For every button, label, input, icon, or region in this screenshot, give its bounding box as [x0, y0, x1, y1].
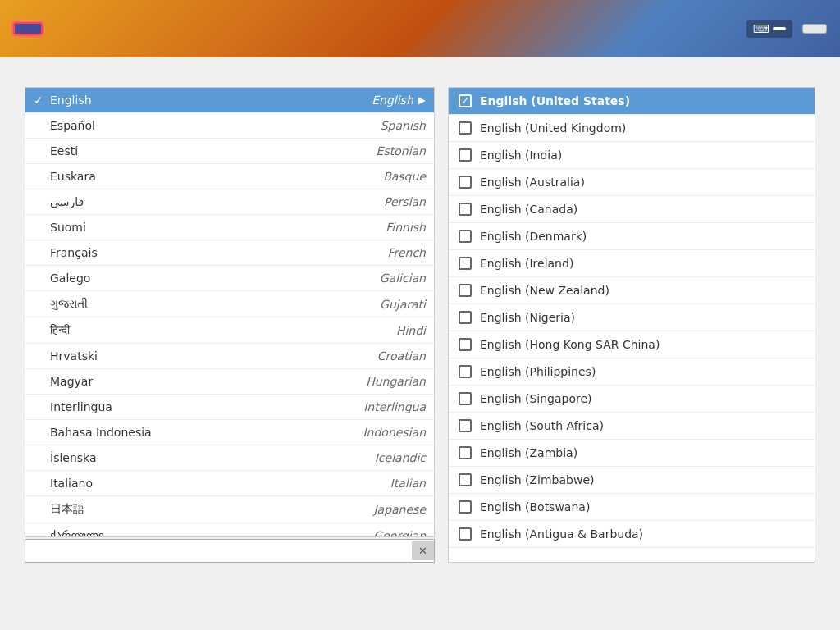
- keyboard-indicator[interactable]: ⌨: [746, 20, 792, 38]
- language-native-name: Magyar: [50, 375, 327, 388]
- language-english-name: Italian: [327, 477, 426, 490]
- keyboard-layout: [773, 27, 786, 30]
- language-native-name: Bahasa Indonesia: [50, 426, 327, 439]
- locale-checkbox[interactable]: [459, 365, 472, 378]
- locale-checkbox[interactable]: [459, 473, 472, 486]
- locale-item[interactable]: English (Singapore): [449, 386, 815, 413]
- locale-item[interactable]: English (Nigeria): [449, 304, 815, 331]
- language-item[interactable]: हिन्दीHindi: [25, 317, 434, 344]
- locale-checkbox[interactable]: [459, 148, 472, 162]
- locale-item[interactable]: ✓English (United States): [449, 88, 815, 115]
- locale-checkbox[interactable]: [459, 338, 472, 351]
- language-item[interactable]: ItalianoItalian: [25, 471, 434, 496]
- locale-checkbox[interactable]: [459, 527, 472, 541]
- locale-name: English (Zimbabwe): [480, 473, 594, 486]
- language-item[interactable]: Bahasa IndonesiaIndonesian: [25, 420, 434, 445]
- language-item[interactable]: EestiEstonian: [25, 139, 434, 164]
- locale-item[interactable]: English (Zambia): [449, 440, 815, 467]
- locale-name: English (Antigua & Barbuda): [480, 527, 643, 541]
- locale-name: English (Botswana): [480, 500, 590, 514]
- locale-item[interactable]: English (Australia): [449, 169, 815, 196]
- left-panel: ✓EnglishEnglish▶EspañolSpanishEestiEston…: [25, 87, 435, 563]
- done-button[interactable]: [13, 22, 43, 35]
- locale-item[interactable]: English (South Africa): [449, 413, 815, 440]
- language-list[interactable]: ✓EnglishEnglish▶EspañolSpanishEestiEston…: [25, 87, 435, 537]
- language-item[interactable]: ગુજરાતીGujarati: [25, 291, 434, 317]
- language-english-name: Estonian: [327, 144, 426, 158]
- locale-item[interactable]: English (United Kingdom): [449, 115, 815, 142]
- locale-checkbox[interactable]: [459, 121, 472, 135]
- locale-name: English (Singapore): [480, 392, 592, 405]
- locale-name: English (Canada): [480, 203, 578, 216]
- search-input[interactable]: [25, 540, 412, 562]
- search-clear-button[interactable]: ✕: [412, 541, 434, 560]
- language-english-name: Basque: [327, 170, 426, 183]
- main-content: ✓EnglishEnglish▶EspañolSpanishEestiEston…: [0, 57, 840, 630]
- locale-item[interactable]: English (New Zealand): [449, 277, 815, 304]
- help-button[interactable]: [802, 24, 827, 34]
- language-item[interactable]: ქართულიGeorgian: [25, 523, 434, 537]
- language-english-name: French: [327, 246, 426, 259]
- locale-item[interactable]: English (Philippines): [449, 358, 815, 386]
- language-native-name: Italiano: [50, 477, 327, 490]
- language-native-name: Eesti: [50, 144, 327, 158]
- language-native-name: 日本語: [50, 502, 327, 517]
- locale-checkbox[interactable]: [459, 419, 472, 432]
- language-native-name: Suomi: [50, 221, 327, 234]
- locale-checkbox[interactable]: [459, 257, 472, 270]
- header-right: ⌨: [737, 20, 827, 38]
- locale-item[interactable]: English (Denmark): [449, 223, 815, 250]
- language-english-name: Indonesian: [327, 426, 426, 439]
- language-item[interactable]: InterlinguaInterlingua: [25, 395, 434, 420]
- language-english-name: Icelandic: [327, 451, 426, 464]
- language-item[interactable]: EspañolSpanish: [25, 113, 434, 139]
- language-native-name: Français: [50, 246, 327, 259]
- locale-name: English (Ireland): [480, 257, 573, 270]
- locale-name: English (Nigeria): [480, 311, 575, 324]
- language-native-name: ქართული: [50, 529, 327, 537]
- locale-name: English (Denmark): [480, 230, 587, 243]
- language-item[interactable]: MagyarHungarian: [25, 369, 434, 395]
- locale-checkbox[interactable]: [459, 392, 472, 405]
- locale-checkbox[interactable]: ✓: [459, 94, 472, 107]
- language-check-icon: ✓: [34, 94, 50, 107]
- locale-item[interactable]: English (Botswana): [449, 494, 815, 521]
- locale-list[interactable]: ✓English (United States)English (United …: [448, 87, 815, 563]
- language-item[interactable]: ✓EnglishEnglish▶: [25, 88, 434, 113]
- locale-name: English (South Africa): [480, 419, 604, 432]
- locale-checkbox[interactable]: [459, 446, 472, 459]
- search-container: ✕: [25, 539, 435, 563]
- language-item[interactable]: EuskaraBasque: [25, 164, 434, 189]
- locale-item[interactable]: English (Antigua & Barbuda): [449, 521, 815, 548]
- locale-checkbox[interactable]: [459, 230, 472, 243]
- language-english-name: English: [315, 94, 413, 107]
- language-item[interactable]: SuomiFinnish: [25, 215, 434, 240]
- locale-checkbox[interactable]: [459, 311, 472, 324]
- language-native-name: ગુજરાતી: [50, 297, 327, 311]
- language-item[interactable]: ÍslenskaIcelandic: [25, 445, 434, 471]
- locale-item[interactable]: English (Hong Kong SAR China): [449, 331, 815, 358]
- locale-checkbox[interactable]: [459, 176, 472, 189]
- language-item[interactable]: FrançaisFrench: [25, 240, 434, 266]
- language-native-name: فارسی: [50, 195, 327, 208]
- language-selected-arrow: ▶: [418, 94, 426, 106]
- language-item[interactable]: فارسیPersian: [25, 189, 434, 215]
- language-english-name: Croatian: [327, 349, 426, 363]
- language-item[interactable]: 日本語Japanese: [25, 496, 434, 523]
- language-english-name: Hungarian: [327, 375, 426, 388]
- locale-item[interactable]: English (Canada): [449, 196, 815, 223]
- locale-checkbox[interactable]: [459, 284, 472, 297]
- language-native-name: Galego: [50, 272, 327, 285]
- locale-item[interactable]: English (Ireland): [449, 250, 815, 277]
- language-item[interactable]: HrvatskiCroatian: [25, 344, 434, 369]
- locale-name: English (Hong Kong SAR China): [480, 338, 660, 351]
- locale-checkbox[interactable]: [459, 203, 472, 216]
- locale-checkbox[interactable]: [459, 500, 472, 514]
- keyboard-icon: ⌨: [753, 22, 769, 35]
- locale-item[interactable]: English (Zimbabwe): [449, 467, 815, 494]
- language-item[interactable]: GalegoGalician: [25, 266, 434, 291]
- locale-name: English (India): [480, 148, 562, 162]
- locale-item[interactable]: English (India): [449, 142, 815, 169]
- header: ⌨: [0, 0, 840, 57]
- locale-name: English (United States): [480, 94, 630, 107]
